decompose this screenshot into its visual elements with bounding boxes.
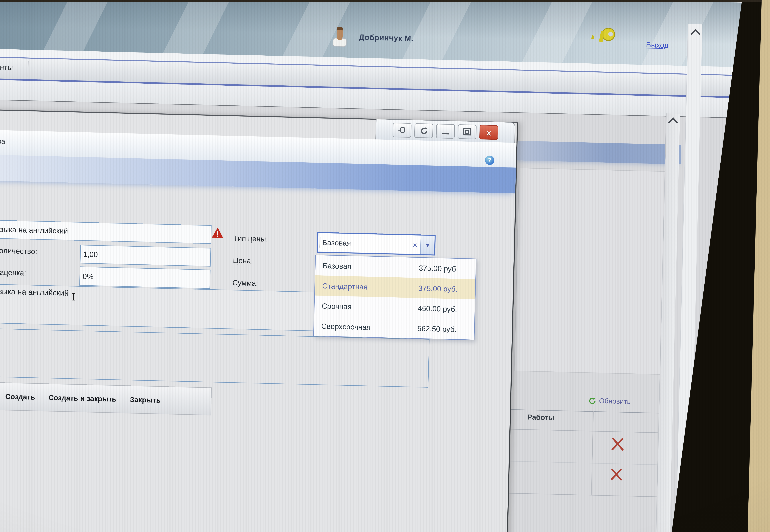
option-price: 562.50 руб.: [417, 324, 457, 333]
refresh-link[interactable]: Обновить: [589, 397, 631, 405]
page-panel: [514, 168, 666, 375]
description-value: го языка на английский: [0, 286, 69, 297]
close-icon: x: [487, 128, 491, 136]
close-button[interactable]: Закрыть: [130, 395, 161, 404]
dropdown-option-selected[interactable]: Стандартная 375.00 руб.: [315, 275, 476, 299]
quantity-label: Количество:: [0, 246, 37, 256]
chevron-down-icon[interactable]: ▼: [420, 236, 435, 254]
menu-separator: [28, 61, 28, 77]
logout-block: Выход: [591, 25, 619, 55]
option-price: 375.00 руб.: [418, 284, 458, 293]
price-type-label: Тип цены:: [233, 234, 268, 243]
pin-icon: [398, 126, 406, 134]
option-name: Срочная: [322, 302, 352, 310]
warning-icon: [211, 226, 224, 241]
current-user: Добринчук М.: [332, 26, 414, 48]
text-cursor: I: [72, 292, 75, 302]
monitor-screen: Добринчук М. Выход нты: [0, 0, 770, 532]
photographed-monitor: Добринчук М. Выход нты: [0, 0, 770, 532]
option-price: 450.00 руб.: [418, 304, 457, 313]
logout-link[interactable]: Выход: [646, 41, 669, 49]
dropdown-option[interactable]: Срочная 450.00 руб.: [314, 295, 475, 319]
key-icon: [591, 25, 619, 55]
refresh-label: Обновить: [599, 397, 631, 405]
refresh-window-button[interactable]: [414, 123, 433, 138]
close-window-button[interactable]: x: [480, 125, 498, 140]
delete-x-icon: [610, 437, 625, 451]
monitor-top-bezel: [0, 0, 762, 2]
service-value: го языка на английский: [0, 225, 68, 235]
minimize-window-button[interactable]: [436, 124, 455, 139]
works-column-header: Работы: [527, 413, 555, 422]
option-price: 375.00 руб.: [419, 264, 458, 273]
app-viewport: Добринчук М. Выход нты: [0, 0, 754, 532]
dropdown-option[interactable]: Базовая 375.00 руб.: [315, 255, 476, 279]
price-label: Цена:: [233, 256, 253, 265]
refresh-icon: [589, 397, 596, 404]
scroll-up-arrow-icon[interactable]: [690, 29, 700, 39]
quantity-value: 1,00: [83, 250, 98, 259]
window-refresh-icon: [420, 127, 428, 135]
create-and-close-button[interactable]: Создать и закрыть: [48, 393, 116, 403]
price-type-combobox[interactable]: Базовая × ▼: [317, 232, 436, 256]
markup-label: Наценка:: [0, 268, 26, 277]
scroll-up-arrow-icon[interactable]: [668, 117, 678, 127]
price-type-value: Базовая: [320, 238, 410, 249]
menu-item-truncated[interactable]: нты: [0, 63, 13, 72]
maximize-icon: [463, 128, 472, 135]
option-name: Сверхсрочная: [321, 322, 371, 331]
option-name: Стандартная: [322, 281, 368, 291]
minimize-icon: [442, 133, 449, 134]
maximize-window-button[interactable]: [458, 124, 477, 139]
clear-icon[interactable]: ×: [410, 240, 421, 249]
dialog-title-truncated: за: [0, 137, 5, 145]
service-field[interactable]: го языка на английский: [0, 220, 212, 244]
user-name: Добринчук М.: [359, 32, 414, 42]
quantity-input[interactable]: 1,00: [80, 245, 211, 266]
table-row-separator: [509, 461, 659, 465]
table-header-line: [510, 429, 659, 433]
delete-row-button[interactable]: [610, 468, 623, 483]
dropdown-option[interactable]: Сверхсрочная 562.50 руб.: [314, 316, 475, 340]
table-bottom-line: [508, 493, 658, 497]
markup-value: 0%: [83, 272, 94, 280]
user-avatar-icon: [332, 26, 348, 47]
markup-input[interactable]: 0%: [79, 266, 210, 289]
price-type-dropdown: Базовая 375.00 руб. Стандартная 375.00 р…: [313, 255, 476, 340]
delete-x-icon: [610, 468, 623, 481]
page-header-band: [515, 141, 681, 164]
option-name: Базовая: [322, 261, 351, 270]
table-column-separator: [591, 411, 594, 495]
create-button[interactable]: Создать: [5, 392, 35, 401]
dialog-footer: Создать Создать и закрыть Закрыть: [0, 382, 212, 415]
pin-window-button[interactable]: [393, 123, 412, 138]
delete-row-button[interactable]: [610, 437, 625, 453]
sum-label: Сумма:: [232, 278, 258, 287]
